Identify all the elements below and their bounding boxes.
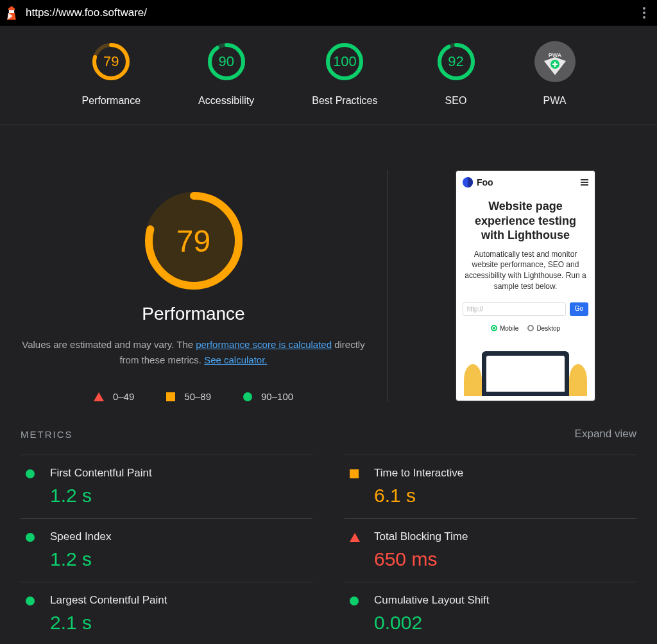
metric-name: Total Blocking Time — [374, 530, 468, 543]
metric-value: 1.2 s — [50, 548, 111, 570]
triangle-icon — [350, 533, 360, 542]
gauge-seo[interactable]: 92 SEO — [436, 41, 477, 107]
metrics-title: METRICS — [21, 429, 73, 440]
metric-value: 6.1 s — [374, 485, 463, 507]
gauge-label: Accessibility — [198, 95, 254, 107]
gauge-label: SEO — [445, 95, 467, 107]
gauge-label: PWA — [543, 95, 567, 107]
expand-view-button[interactable]: Expand view — [575, 428, 636, 440]
gauge-best-practices[interactable]: 100 Best Practices — [312, 41, 377, 107]
performance-score: 79 — [142, 189, 245, 292]
gauge-pwa[interactable]: PWA PWA — [534, 41, 576, 107]
gauge-score: 90 — [206, 41, 247, 82]
score-legend: 0–49 50–89 90–100 — [94, 391, 293, 402]
circle-icon — [26, 533, 35, 542]
performance-section: 79 Performance Values are estimated and … — [19, 170, 388, 402]
preview-subtext: Automatically test and monitor website p… — [463, 249, 588, 292]
preview-go-button: Go — [570, 302, 588, 316]
link-score-calculated[interactable]: performance score is calculated — [196, 339, 332, 350]
performance-gauge: 79 — [142, 189, 245, 292]
metric-speed-index[interactable]: Speed Index 1.2 s — [21, 518, 312, 582]
metric-name: First Contentful Paint — [50, 467, 152, 480]
circle-icon — [26, 469, 35, 478]
metric-value: 0.002 — [374, 612, 490, 634]
performance-title: Performance — [142, 304, 244, 324]
square-icon — [350, 469, 359, 478]
metric-time-to-interactive[interactable]: Time to Interactive 6.1 s — [345, 455, 636, 518]
metric-value: 650 ms — [374, 548, 468, 570]
link-see-calculator[interactable]: See calculator. — [204, 354, 267, 365]
pwa-badge-icon: PWA — [534, 41, 576, 82]
gauge-score: 100 — [324, 41, 365, 82]
gauge-score: 92 — [436, 41, 477, 82]
metric-name: Largest Contentful Paint — [50, 594, 167, 607]
hamburger-icon — [581, 179, 588, 186]
radio-off-icon — [527, 325, 534, 331]
performance-description: Values are estimated and may vary. The p… — [19, 337, 368, 368]
page-url: https://www.foo.software/ — [26, 6, 636, 19]
gauge-label: Performance — [82, 95, 141, 107]
circle-icon — [243, 392, 252, 401]
foo-logo-icon — [463, 177, 473, 187]
gauge-label: Best Practices — [312, 95, 377, 107]
circle-icon — [350, 596, 359, 605]
lighthouse-icon — [5, 6, 18, 20]
gauge-accessibility[interactable]: 90 Accessibility — [198, 41, 254, 107]
metric-value: 2.1 s — [50, 612, 167, 634]
gauge-score: 79 — [90, 41, 132, 82]
more-menu-icon[interactable] — [636, 5, 652, 21]
svg-rect-0 — [9, 10, 14, 13]
radio-on-icon — [491, 325, 497, 331]
metric-value: 1.2 s — [50, 485, 152, 507]
metrics-grid: First Contentful Paint 1.2 s Time to Int… — [0, 455, 657, 644]
triangle-icon — [94, 392, 104, 401]
page-screenshot: Foo Website page experience testing with… — [456, 170, 595, 401]
metric-first-contentful-paint[interactable]: First Contentful Paint 1.2 s — [21, 455, 312, 518]
metric-name: Cumulative Layout Shift — [374, 594, 490, 607]
metric-largest-contentful-paint[interactable]: Largest Contentful Paint 2.1 s — [21, 582, 312, 644]
circle-icon — [26, 596, 35, 605]
square-icon — [166, 392, 175, 401]
metric-name: Speed Index — [50, 530, 111, 543]
metric-cumulative-layout-shift[interactable]: Cumulative Layout Shift 0.002 — [345, 582, 636, 644]
metric-total-blocking-time[interactable]: Total Blocking Time 650 ms — [345, 518, 636, 582]
preview-headline: Website page experience testing with Lig… — [463, 199, 588, 243]
preview-url-input: http:// — [463, 302, 566, 316]
score-strip: 79 Performance 90 Accessibility 100 Best… — [0, 26, 657, 125]
metric-name: Time to Interactive — [374, 467, 463, 480]
gauge-performance[interactable]: 79 Performance — [82, 41, 141, 107]
url-bar: https://www.foo.software/ — [0, 0, 657, 26]
